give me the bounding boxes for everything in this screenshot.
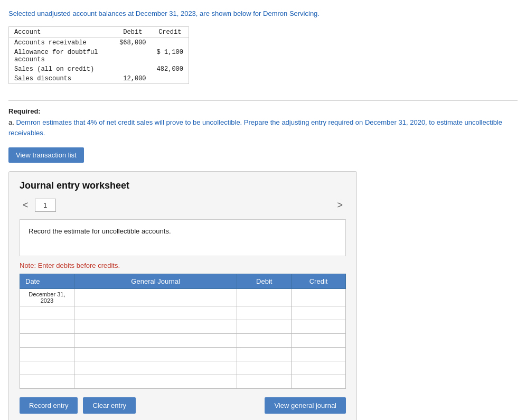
debit-input-4[interactable] [237, 334, 291, 347]
table-row: Sales (all on credit) 482,000 [9, 64, 189, 74]
credit-cell-2[interactable] [292, 306, 346, 320]
debit-cell-3[interactable] [237, 320, 292, 334]
part-a-text: Demron estimates that 4% of net credit s… [8, 118, 502, 137]
credit-input-3[interactable] [292, 320, 345, 333]
note-text: Note: Enter debits before credits. [20, 262, 346, 269]
journal-row-2 [20, 306, 346, 320]
journal-cell-4[interactable] [74, 334, 237, 348]
debit-input-5[interactable] [237, 348, 291, 361]
journal-input-5[interactable] [74, 348, 237, 361]
journal-input-3[interactable] [74, 320, 237, 333]
button-row: Record entry Clear entry View general jo… [20, 397, 346, 414]
account-name: Allowance for doubtful accounts [9, 48, 114, 64]
credit-input-7[interactable] [292, 375, 345, 388]
journal-cell-7[interactable] [74, 375, 237, 389]
journal-row-1: December 31, 2023 [20, 289, 346, 306]
account-name: Accounts receivable [9, 38, 114, 48]
date-cell-5 [20, 348, 74, 361]
credit-cell-4[interactable] [292, 334, 346, 348]
credit-cell-5[interactable] [292, 348, 346, 361]
credit-input-5[interactable] [292, 348, 345, 361]
debit-cell-5[interactable] [237, 348, 292, 361]
col-date-header: Date [20, 274, 74, 289]
journal-input-2[interactable] [74, 306, 237, 320]
journal-row-4 [20, 334, 346, 348]
debit-cell-4[interactable] [237, 334, 292, 348]
col-debit-header: Debit [237, 274, 292, 289]
date-cell-3 [20, 320, 74, 334]
clear-entry-button[interactable]: Clear entry [83, 397, 136, 414]
journal-input-6[interactable] [74, 361, 237, 375]
credit-cell-7[interactable] [292, 375, 346, 389]
col-credit-header: Credit [292, 274, 346, 289]
credit-value: 482,000 [152, 64, 189, 74]
col-debit: Debit [114, 27, 151, 38]
credit-cell-6[interactable] [292, 361, 346, 375]
worksheet-nav: < 1 > [20, 199, 346, 212]
credit-value [152, 38, 189, 48]
view-transaction-list-button[interactable]: View transaction list [8, 147, 84, 163]
debit-value: $68,000 [114, 38, 151, 48]
credit-value [152, 74, 189, 83]
credit-cell-3[interactable] [292, 320, 346, 334]
debit-value [114, 48, 151, 64]
journal-row-6 [20, 361, 346, 375]
debit-input-7[interactable] [237, 375, 291, 388]
debit-input-2[interactable] [237, 306, 291, 320]
journal-row-5 [20, 348, 346, 361]
col-journal-header: General Journal [74, 274, 237, 289]
debit-value: 12,000 [114, 74, 151, 83]
journal-cell-5[interactable] [74, 348, 237, 361]
credit-input-4[interactable] [292, 334, 345, 347]
account-name: Sales (all on credit) [9, 64, 114, 74]
col-account: Account [9, 27, 114, 38]
table-row: Sales discounts 12,000 [9, 74, 189, 83]
account-table-wrapper: Account Debit Credit Accounts receivable… [8, 26, 189, 84]
nav-tab-number: 1 [35, 199, 56, 212]
debit-input-3[interactable] [237, 320, 291, 333]
instruction-box: Record the estimate for uncollectible ac… [20, 219, 346, 256]
debit-cell-7[interactable] [237, 375, 292, 389]
record-entry-button[interactable]: Record entry [20, 397, 78, 414]
date-cell-4 [20, 334, 74, 348]
journal-input-4[interactable] [74, 334, 237, 347]
journal-row-7 [20, 375, 346, 389]
date-cell-2 [20, 306, 74, 320]
journal-row-3 [20, 320, 346, 334]
debit-cell-2[interactable] [237, 306, 292, 320]
table-row: Accounts receivable $68,000 [9, 38, 189, 48]
part-a-label: a. [8, 118, 14, 126]
account-name: Sales discounts [9, 74, 114, 83]
required-section: Required: a. Demron estimates that 4% of… [8, 107, 518, 139]
required-body: a. Demron estimates that 4% of net credi… [8, 117, 518, 139]
table-row: Allowance for doubtful accounts $ 1,100 [9, 48, 189, 64]
credit-input-1[interactable] [292, 289, 345, 306]
journal-input-1[interactable] [74, 289, 237, 306]
divider [8, 100, 518, 101]
journal-cell-6[interactable] [74, 361, 237, 375]
debit-input-1[interactable] [237, 289, 291, 306]
journal-cell-3[interactable] [74, 320, 237, 334]
credit-value: $ 1,100 [152, 48, 189, 64]
nav-next-button[interactable]: > [334, 199, 346, 212]
worksheet-title: Journal entry worksheet [20, 180, 346, 191]
debit-cell-6[interactable] [237, 361, 292, 375]
date-cell-6 [20, 361, 74, 375]
journal-table: Date General Journal Debit Credit Decemb… [20, 274, 346, 389]
debit-cell-1[interactable] [237, 289, 292, 306]
date-cell-7 [20, 375, 74, 389]
date-cell-1: December 31, 2023 [20, 289, 74, 306]
credit-input-6[interactable] [292, 361, 345, 375]
worksheet-container: Journal entry worksheet < 1 > Record the… [8, 171, 357, 420]
intro-text: Selected unadjusted account balances at … [8, 8, 518, 19]
credit-input-2[interactable] [292, 306, 345, 320]
journal-cell-1[interactable] [74, 289, 237, 306]
required-label: Required: [8, 107, 518, 115]
account-table: Account Debit Credit Accounts receivable… [9, 27, 189, 83]
journal-input-7[interactable] [74, 375, 237, 388]
debit-input-6[interactable] [237, 361, 291, 375]
credit-cell-1[interactable] [292, 289, 346, 306]
nav-prev-button[interactable]: < [20, 199, 32, 212]
view-general-journal-button[interactable]: View general journal [265, 397, 346, 414]
journal-cell-2[interactable] [74, 306, 237, 320]
